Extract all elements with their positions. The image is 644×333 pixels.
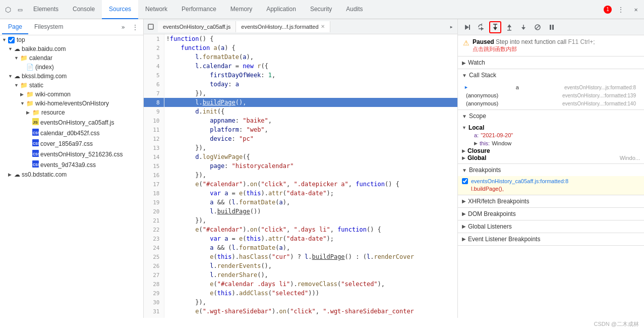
tab-memory[interactable]: Memory (223, 0, 259, 19)
call-stack-item[interactable]: (anonymous) eventsOnHistory...:formatted… (462, 99, 640, 107)
triangle-icon: ▶ (8, 172, 14, 177)
tab-sources[interactable]: Sources (102, 0, 138, 19)
code-editor[interactable]: 1 !function() { 2 function a(a) { 3 l.fo… (144, 34, 457, 318)
close-tab-icon[interactable]: ✕ (321, 24, 325, 29)
svg-marker-14 (481, 27, 483, 31)
step-over-button[interactable] (475, 21, 487, 33)
var-val: "2021-09-20" (481, 132, 513, 138)
line-number: 11 (144, 125, 164, 134)
tab-page[interactable]: Page (2, 20, 28, 34)
line-code: e("#calendar .days li").removeClass("sel… (164, 280, 457, 289)
breakpoints-section: ▼ Breakpoints eventsOnHistory_ca05aff.js… (458, 164, 644, 195)
file-tab-original[interactable]: eventsOnHistory_ca05aff.js (158, 21, 236, 32)
debug-toolbar (458, 19, 644, 35)
sidebar-item-top[interactable]: ▼ top (0, 35, 143, 44)
code-line-18: 18 var a = e(this).attr("data-date"); (144, 189, 457, 198)
top-checkbox[interactable] (8, 37, 15, 43)
tab-performance[interactable]: Performance (174, 0, 223, 19)
step-button[interactable] (517, 21, 530, 33)
line-code: e(".wgt-shareSidebar").on("click", ".wgt… (164, 307, 457, 316)
step-into-button[interactable] (489, 21, 501, 33)
triangle-icon: ▶ (26, 110, 32, 115)
code-line-30: 30 }), (144, 298, 457, 307)
call-stack-header[interactable]: ▼ Call Stack (458, 69, 644, 81)
event-listener-header[interactable]: ▶ Event Listener Breakpoints (458, 233, 644, 245)
svg-text:CSS: CSS (33, 131, 39, 135)
breakpoints-header[interactable]: ▼ Breakpoints (458, 164, 644, 176)
tab-security[interactable]: Security (303, 0, 339, 19)
line-number: 13 (144, 143, 164, 152)
tab-audits[interactable]: Audits (339, 0, 370, 19)
closure-header[interactable]: ▶ Closure (462, 147, 640, 154)
code-table: 1 !function() { 2 function a(a) { 3 l.fo… (144, 34, 457, 318)
more-tabs-icon[interactable]: » (117, 21, 129, 33)
code-line-17: 17 e("#calendar").on("click", ".datepick… (144, 180, 457, 189)
sidebar-item-events-css[interactable]: ▶ CSS events_9d743a9.css (0, 159, 143, 170)
sidebar-item-baidu[interactable]: ▼ ☁ baike.baidu.com (0, 44, 143, 53)
tab-application[interactable]: Application (259, 0, 303, 19)
xhr-header[interactable]: ▶ XHR/fetch Breakpoints (458, 195, 644, 207)
sidebar-item-calendar-css[interactable]: ▶ CSS calendar_d0b452f.css (0, 128, 143, 138)
close-devtools-icon[interactable]: ✕ (630, 4, 642, 16)
line-number: 29 (144, 289, 164, 298)
file-css-icon: CSS (32, 139, 39, 148)
sidebar-item-wiki-home[interactable]: ▼ 📁 wiki-home/eventsOnHistory (0, 99, 143, 108)
scope-header[interactable]: ▼ Scope (458, 110, 644, 122)
watch-header[interactable]: ▶ Watch (458, 57, 644, 69)
more-files-icon[interactable]: ▸ (445, 21, 457, 33)
back-icon[interactable] (145, 21, 157, 33)
sidebar-item-static[interactable]: ▼ 📁 static (0, 81, 143, 90)
line-code: a && (l.formatDate(a), (164, 243, 457, 252)
call-stack-item[interactable]: (anonymous) eventsOnHistory...:formatted… (462, 91, 640, 99)
local-header[interactable]: ▼ Local (462, 124, 640, 131)
watch-section: ▶ Watch (458, 57, 644, 69)
global-header[interactable]: ▶ Global Windo... (462, 154, 640, 161)
svg-rect-10 (148, 24, 153, 29)
sidebar-item-eventshistory-css[interactable]: ▶ CSS eventsOnHistory_5216236.css (0, 149, 143, 159)
line-number: 14 (144, 152, 164, 161)
breakpoints-label: Breakpoints (469, 166, 501, 174)
line-code: appname: "baike", (164, 116, 457, 125)
dom-label: DOM Breakpoints (468, 210, 516, 217)
event-listener-label: Event Listener Breakpoints (468, 236, 540, 243)
code-line-7: 7 }), (144, 89, 457, 98)
sidebar-item-wiki-common[interactable]: ▶ 📁 wiki-common (0, 90, 143, 99)
sidebar-item-calendar[interactable]: ▼ 📁 calendar (0, 53, 143, 63)
sidebar-item-events-js[interactable]: ▶ JS eventsOnHistory_ca05aff.js (0, 117, 143, 128)
sidebar-item-resource[interactable]: ▶ 📁 resource (0, 108, 143, 117)
line-code: l.formatDate(a), (164, 52, 457, 62)
sidebar-label: calendar (29, 54, 52, 62)
pause-on-exceptions-button[interactable] (546, 21, 558, 33)
sidebar-label: bkssl.bdimg.com (22, 73, 67, 80)
dom-header[interactable]: ▶ DOM Breakpoints (458, 208, 644, 220)
cloud-icon: ☁ (14, 73, 20, 80)
more-options-icon[interactable]: ⋮ (615, 4, 627, 16)
resume-button[interactable] (461, 21, 473, 33)
sidebar-item-bkssl[interactable]: ▼ ☁ bkssl.bdimg.com (0, 72, 143, 81)
file-tab-formatted[interactable]: eventsOnHistory...f.js:formatted ✕ (236, 21, 330, 32)
tab-elements[interactable]: Elements (26, 0, 66, 19)
call-stack-item[interactable]: a eventsOnHistory...js:formatted:8 (462, 83, 640, 91)
sidebar-item-cover-css[interactable]: ▶ CSS cover_1856a97.css (0, 138, 143, 149)
code-line-19: 19 a && (l.formatDate(a), (144, 198, 457, 207)
line-number: 10 (144, 116, 164, 125)
global-listeners-header[interactable]: ▶ Global Listeners (458, 220, 644, 233)
sidebar-menu-icon[interactable]: ⋮ (129, 21, 141, 33)
breakpoint-checkbox[interactable] (462, 178, 468, 184)
tab-network[interactable]: Network (138, 0, 174, 19)
sidebar-item-index[interactable]: ▶ 📄 (index) (0, 63, 143, 72)
tab-console[interactable]: Console (66, 0, 102, 19)
mobile-icon[interactable]: ▭ (14, 4, 26, 16)
devtools-icon[interactable]: ⬡ (2, 4, 14, 16)
code-line-5: 5 firstDayOfWeek: 1, (144, 71, 457, 80)
step-out-button[interactable] (503, 21, 515, 33)
line-number: 9 (144, 107, 164, 116)
tab-filesystem[interactable]: Filesystem (28, 20, 69, 34)
scope-section: ▼ Scope ▼ Local a: "2021-09-20" (458, 110, 644, 164)
top-tab-bar: ⬡ ▭ Elements Console Sources Network Per… (0, 0, 644, 19)
deactivate-button[interactable] (532, 21, 544, 33)
line-number: 4 (144, 62, 164, 71)
line-number: 1 (144, 34, 164, 43)
sidebar-item-ss0[interactable]: ▶ ☁ ss0.bdstatic.com (0, 170, 143, 179)
line-code: e(this).addClass("selected"))) (164, 289, 457, 298)
